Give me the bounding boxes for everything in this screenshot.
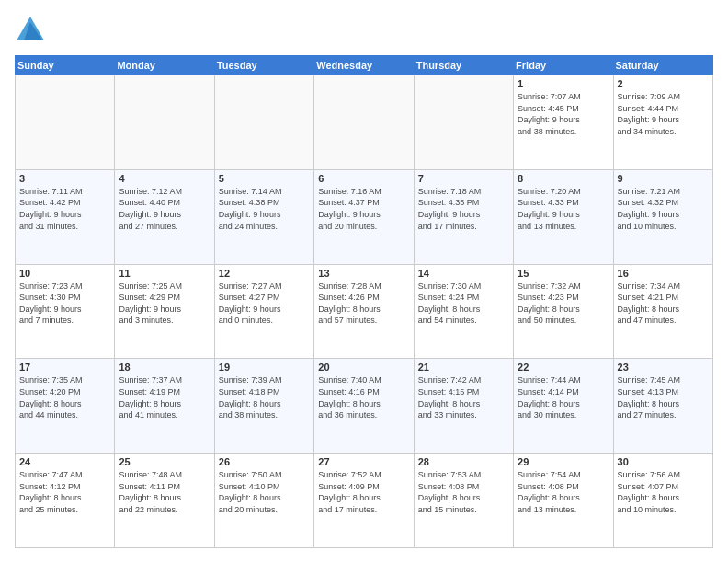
- calendar-cell: 29Sunrise: 7:54 AM Sunset: 4:08 PM Dayli…: [514, 454, 613, 548]
- day-info: Sunrise: 7:27 AM Sunset: 4:27 PM Dayligh…: [219, 281, 310, 327]
- day-number: 24: [19, 456, 110, 467]
- day-info: Sunrise: 7:25 AM Sunset: 4:29 PM Dayligh…: [119, 281, 210, 327]
- day-info: Sunrise: 7:35 AM Sunset: 4:20 PM Dayligh…: [19, 374, 110, 420]
- calendar-cell: 12Sunrise: 7:27 AM Sunset: 4:27 PM Dayli…: [214, 264, 313, 359]
- day-info: Sunrise: 7:20 AM Sunset: 4:33 PM Dayligh…: [518, 186, 609, 232]
- day-number: 11: [119, 268, 210, 279]
- calendar-cell: 6Sunrise: 7:16 AM Sunset: 4:37 PM Daylig…: [314, 169, 414, 264]
- calendar-cell: 7Sunrise: 7:18 AM Sunset: 4:35 PM Daylig…: [414, 169, 513, 264]
- calendar-cell: 11Sunrise: 7:25 AM Sunset: 4:29 PM Dayli…: [115, 264, 214, 359]
- day-info: Sunrise: 7:23 AM Sunset: 4:30 PM Dayligh…: [19, 281, 110, 327]
- page: SundayMondayTuesdayWednesdayThursdayFrid…: [0, 0, 728, 563]
- day-info: Sunrise: 7:54 AM Sunset: 4:08 PM Dayligh…: [518, 469, 609, 515]
- calendar-cell: 17Sunrise: 7:35 AM Sunset: 4:20 PM Dayli…: [16, 359, 115, 454]
- day-info: Sunrise: 7:47 AM Sunset: 4:12 PM Dayligh…: [19, 469, 110, 515]
- day-info: Sunrise: 7:39 AM Sunset: 4:18 PM Dayligh…: [219, 374, 310, 420]
- week-row-1: 3Sunrise: 7:11 AM Sunset: 4:42 PM Daylig…: [16, 169, 713, 264]
- logo-icon: [15, 15, 46, 46]
- weekday-header-saturday: Saturday: [613, 56, 712, 75]
- day-info: Sunrise: 7:52 AM Sunset: 4:09 PM Dayligh…: [318, 469, 409, 515]
- day-info: Sunrise: 7:34 AM Sunset: 4:21 PM Dayligh…: [618, 281, 709, 327]
- day-number: 22: [518, 362, 609, 373]
- day-info: Sunrise: 7:40 AM Sunset: 4:16 PM Dayligh…: [318, 374, 409, 420]
- day-info: Sunrise: 7:30 AM Sunset: 4:24 PM Dayligh…: [418, 281, 509, 327]
- calendar-cell: 10Sunrise: 7:23 AM Sunset: 4:30 PM Dayli…: [16, 264, 115, 359]
- day-number: 9: [618, 173, 709, 184]
- calendar-cell: 16Sunrise: 7:34 AM Sunset: 4:21 PM Dayli…: [613, 264, 712, 359]
- day-info: Sunrise: 7:50 AM Sunset: 4:10 PM Dayligh…: [219, 469, 310, 515]
- header: [15, 15, 713, 46]
- calendar-cell: [214, 75, 313, 170]
- calendar-cell: 20Sunrise: 7:40 AM Sunset: 4:16 PM Dayli…: [314, 359, 414, 454]
- day-number: 6: [318, 173, 409, 184]
- week-row-0: 1Sunrise: 7:07 AM Sunset: 4:45 PM Daylig…: [16, 75, 713, 170]
- week-row-4: 24Sunrise: 7:47 AM Sunset: 4:12 PM Dayli…: [16, 454, 713, 548]
- day-number: 13: [318, 268, 409, 279]
- day-number: 1: [518, 78, 609, 89]
- day-number: 2: [618, 78, 709, 89]
- day-info: Sunrise: 7:16 AM Sunset: 4:37 PM Dayligh…: [318, 186, 409, 232]
- day-number: 4: [119, 173, 210, 184]
- day-info: Sunrise: 7:45 AM Sunset: 4:13 PM Dayligh…: [618, 374, 709, 420]
- calendar-cell: 8Sunrise: 7:20 AM Sunset: 4:33 PM Daylig…: [514, 169, 613, 264]
- day-number: 26: [219, 456, 310, 467]
- calendar-cell: 30Sunrise: 7:56 AM Sunset: 4:07 PM Dayli…: [613, 454, 712, 548]
- weekday-header-wednesday: Wednesday: [314, 56, 414, 75]
- day-info: Sunrise: 7:14 AM Sunset: 4:38 PM Dayligh…: [219, 186, 310, 232]
- day-info: Sunrise: 7:44 AM Sunset: 4:14 PM Dayligh…: [518, 374, 609, 420]
- day-number: 14: [418, 268, 509, 279]
- day-number: 21: [418, 362, 509, 373]
- calendar-cell: 26Sunrise: 7:50 AM Sunset: 4:10 PM Dayli…: [214, 454, 313, 548]
- calendar-cell: 15Sunrise: 7:32 AM Sunset: 4:23 PM Dayli…: [514, 264, 613, 359]
- day-info: Sunrise: 7:18 AM Sunset: 4:35 PM Dayligh…: [418, 186, 509, 232]
- day-info: Sunrise: 7:42 AM Sunset: 4:15 PM Dayligh…: [418, 374, 509, 420]
- week-row-3: 17Sunrise: 7:35 AM Sunset: 4:20 PM Dayli…: [16, 359, 713, 454]
- day-number: 30: [618, 456, 709, 467]
- day-info: Sunrise: 7:37 AM Sunset: 4:19 PM Dayligh…: [119, 374, 210, 420]
- calendar-table: SundayMondayTuesdayWednesdayThursdayFrid…: [15, 55, 713, 548]
- logo: [15, 15, 46, 46]
- day-number: 18: [119, 362, 210, 373]
- calendar-cell: 3Sunrise: 7:11 AM Sunset: 4:42 PM Daylig…: [16, 169, 115, 264]
- day-info: Sunrise: 7:53 AM Sunset: 4:08 PM Dayligh…: [418, 469, 509, 515]
- day-number: 3: [19, 173, 110, 184]
- day-info: Sunrise: 7:32 AM Sunset: 4:23 PM Dayligh…: [518, 281, 609, 327]
- calendar-cell: 25Sunrise: 7:48 AM Sunset: 4:11 PM Dayli…: [115, 454, 214, 548]
- day-number: 7: [418, 173, 509, 184]
- day-number: 27: [318, 456, 409, 467]
- weekday-header-monday: Monday: [115, 56, 214, 75]
- day-number: 16: [618, 268, 709, 279]
- day-number: 5: [219, 173, 310, 184]
- weekday-header-friday: Friday: [514, 56, 613, 75]
- calendar-cell: [115, 75, 214, 170]
- day-number: 19: [219, 362, 310, 373]
- day-number: 25: [119, 456, 210, 467]
- calendar-cell: 27Sunrise: 7:52 AM Sunset: 4:09 PM Dayli…: [314, 454, 414, 548]
- calendar-cell: 21Sunrise: 7:42 AM Sunset: 4:15 PM Dayli…: [414, 359, 513, 454]
- calendar-cell: 18Sunrise: 7:37 AM Sunset: 4:19 PM Dayli…: [115, 359, 214, 454]
- calendar-cell: [414, 75, 513, 170]
- day-info: Sunrise: 7:28 AM Sunset: 4:26 PM Dayligh…: [318, 281, 409, 327]
- calendar-cell: 14Sunrise: 7:30 AM Sunset: 4:24 PM Dayli…: [414, 264, 513, 359]
- day-info: Sunrise: 7:21 AM Sunset: 4:32 PM Dayligh…: [618, 186, 709, 232]
- day-number: 12: [219, 268, 310, 279]
- day-info: Sunrise: 7:07 AM Sunset: 4:45 PM Dayligh…: [518, 91, 609, 137]
- calendar-cell: 13Sunrise: 7:28 AM Sunset: 4:26 PM Dayli…: [314, 264, 414, 359]
- day-number: 23: [618, 362, 709, 373]
- weekday-header-row: SundayMondayTuesdayWednesdayThursdayFrid…: [16, 56, 713, 75]
- day-number: 20: [318, 362, 409, 373]
- day-info: Sunrise: 7:12 AM Sunset: 4:40 PM Dayligh…: [119, 186, 210, 232]
- day-number: 28: [418, 456, 509, 467]
- day-info: Sunrise: 7:56 AM Sunset: 4:07 PM Dayligh…: [618, 469, 709, 515]
- weekday-header-thursday: Thursday: [414, 56, 513, 75]
- calendar-cell: 9Sunrise: 7:21 AM Sunset: 4:32 PM Daylig…: [613, 169, 712, 264]
- calendar-cell: 2Sunrise: 7:09 AM Sunset: 4:44 PM Daylig…: [613, 75, 712, 170]
- day-number: 10: [19, 268, 110, 279]
- weekday-header-tuesday: Tuesday: [214, 56, 313, 75]
- calendar-cell: 1Sunrise: 7:07 AM Sunset: 4:45 PM Daylig…: [514, 75, 613, 170]
- week-row-2: 10Sunrise: 7:23 AM Sunset: 4:30 PM Dayli…: [16, 264, 713, 359]
- calendar-cell: 4Sunrise: 7:12 AM Sunset: 4:40 PM Daylig…: [115, 169, 214, 264]
- day-info: Sunrise: 7:09 AM Sunset: 4:44 PM Dayligh…: [618, 91, 709, 137]
- calendar-cell: [314, 75, 414, 170]
- calendar-cell: 24Sunrise: 7:47 AM Sunset: 4:12 PM Dayli…: [16, 454, 115, 548]
